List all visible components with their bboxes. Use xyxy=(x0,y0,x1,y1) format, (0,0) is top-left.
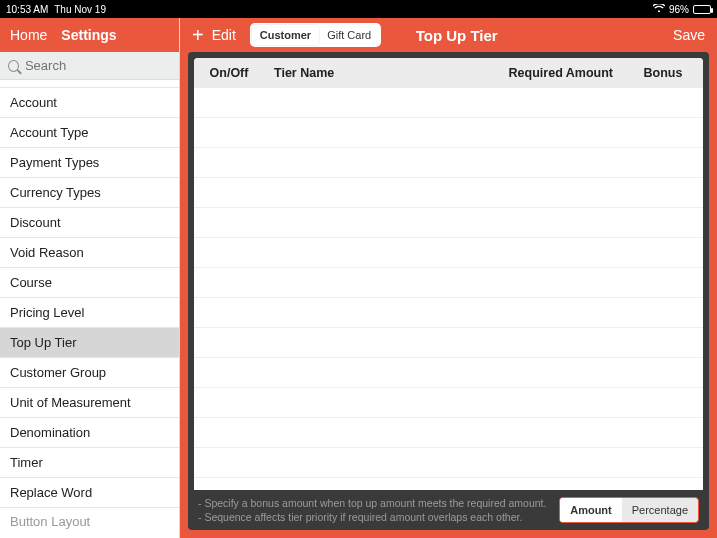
sidebar-item-button-layout[interactable]: Button Layout xyxy=(0,508,179,530)
battery-percent: 96% xyxy=(669,4,689,15)
table-row[interactable] xyxy=(194,208,703,238)
table-body xyxy=(194,88,703,490)
sidebar-item-label: Payment Types xyxy=(10,155,99,170)
sidebar-item-label: Denomination xyxy=(10,425,90,440)
search-input[interactable] xyxy=(25,58,171,73)
sidebar-item-label: Course xyxy=(10,275,52,290)
table-row[interactable] xyxy=(194,388,703,418)
sidebar-item-label: Replace Word xyxy=(10,485,92,500)
mode-segment: Customer Gift Card xyxy=(250,23,381,47)
segment-percentage[interactable]: Percentage xyxy=(622,498,698,522)
content-body: On/Off Tier Name Required Amount Bonus xyxy=(188,52,709,530)
sidebar-item-label: Customer Group xyxy=(10,365,106,380)
table-row[interactable] xyxy=(194,358,703,388)
sidebar-item-timer[interactable]: Timer xyxy=(0,448,179,478)
sidebar-item-label: Timer xyxy=(10,455,43,470)
wifi-icon xyxy=(653,4,665,15)
table-row[interactable] xyxy=(194,418,703,448)
table-row[interactable] xyxy=(194,298,703,328)
content-area: + Edit Customer Gift Card Top Up Tier Sa… xyxy=(180,18,717,538)
sidebar-item-currency-types[interactable]: Currency Types xyxy=(0,178,179,208)
search-icon xyxy=(8,60,19,72)
sidebar-item-replace-word[interactable]: Replace Word xyxy=(0,478,179,508)
tier-table: On/Off Tier Name Required Amount Bonus xyxy=(194,58,703,88)
table-row[interactable] xyxy=(194,328,703,358)
add-icon[interactable]: + xyxy=(192,25,204,45)
col-bonus: Bonus xyxy=(623,66,703,80)
save-button[interactable]: Save xyxy=(673,27,705,43)
sidebar-item-payment-types[interactable]: Payment Types xyxy=(0,148,179,178)
sidebar-item-void-reason[interactable]: Void Reason xyxy=(0,238,179,268)
table-row[interactable] xyxy=(194,238,703,268)
footer-note-1: - Specify a bonus amount when top up amo… xyxy=(198,496,551,510)
search-box[interactable] xyxy=(0,52,179,80)
sidebar-item-label: Currency Types xyxy=(10,185,101,200)
sidebar-item-label: Top Up Tier xyxy=(10,335,76,350)
table-row[interactable] xyxy=(194,88,703,118)
sidebar-item-unit-of-measurement[interactable]: Unit of Measurement xyxy=(0,388,179,418)
sidebar-item-denomination[interactable]: Denomination xyxy=(0,418,179,448)
sidebar-item-label: Pricing Level xyxy=(10,305,84,320)
content-header: + Edit Customer Gift Card Top Up Tier Sa… xyxy=(180,18,717,52)
home-link[interactable]: Home xyxy=(10,27,47,43)
sidebar: Home Settings Account Account Type Payme… xyxy=(0,18,180,538)
bonus-type-segment: Amount Percentage xyxy=(559,497,699,523)
sidebar-item-label: Account Type xyxy=(10,125,89,140)
sidebar-item-label: Unit of Measurement xyxy=(10,395,131,410)
sidebar-item-label: Account xyxy=(10,95,57,110)
footer-note-2: - Sequence affects tier priority if requ… xyxy=(198,510,551,524)
sidebar-item-label: Button Layout xyxy=(10,514,90,529)
battery-icon xyxy=(693,5,711,14)
table-row[interactable] xyxy=(194,448,703,478)
table-header: On/Off Tier Name Required Amount Bonus xyxy=(194,58,703,88)
segment-customer[interactable]: Customer xyxy=(252,25,319,45)
sidebar-item-top-up-tier[interactable]: Top Up Tier xyxy=(0,328,179,358)
segment-amount[interactable]: Amount xyxy=(560,498,622,522)
footer-notes: - Specify a bonus amount when top up amo… xyxy=(198,496,551,524)
status-time: 10:53 AM xyxy=(6,4,48,15)
status-bar: 10:53 AM Thu Nov 19 96% xyxy=(0,0,717,18)
content-footer: - Specify a bonus amount when top up amo… xyxy=(194,490,703,524)
table-row[interactable] xyxy=(194,148,703,178)
page-title: Settings xyxy=(61,27,116,43)
sidebar-list: Account Account Type Payment Types Curre… xyxy=(0,80,179,538)
sidebar-item-label: Discount xyxy=(10,215,61,230)
sidebar-item-label: Void Reason xyxy=(10,245,84,260)
col-required-amount: Required Amount xyxy=(473,66,623,80)
sidebar-item-customer-group[interactable]: Customer Group xyxy=(0,358,179,388)
table-row[interactable] xyxy=(194,268,703,298)
sidebar-item-discount[interactable]: Discount xyxy=(0,208,179,238)
content-title: Top Up Tier xyxy=(416,27,498,44)
sidebar-header: Home Settings xyxy=(0,18,179,52)
table-row[interactable] xyxy=(194,118,703,148)
col-tier-name: Tier Name xyxy=(264,66,473,80)
status-date: Thu Nov 19 xyxy=(54,4,106,15)
col-onoff: On/Off xyxy=(194,66,264,80)
sidebar-item-course[interactable]: Course xyxy=(0,268,179,298)
segment-giftcard[interactable]: Gift Card xyxy=(319,25,379,45)
table-row[interactable] xyxy=(194,178,703,208)
sidebar-item-partial[interactable] xyxy=(0,80,179,88)
sidebar-item-account-type[interactable]: Account Type xyxy=(0,118,179,148)
sidebar-item-account[interactable]: Account xyxy=(0,88,179,118)
edit-button[interactable]: Edit xyxy=(212,27,236,43)
sidebar-item-pricing-level[interactable]: Pricing Level xyxy=(0,298,179,328)
